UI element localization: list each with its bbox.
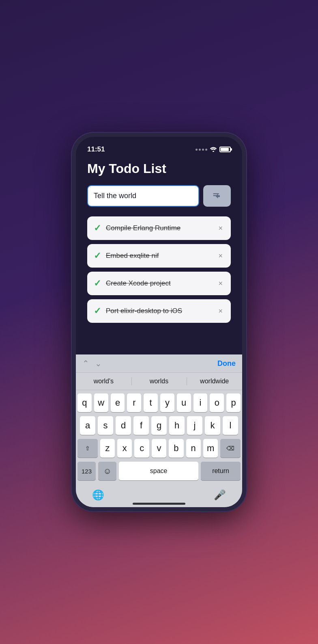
- key-shift[interactable]: ⇧: [77, 439, 98, 458]
- key-j[interactable]: j: [187, 416, 202, 435]
- battery-icon: [219, 147, 231, 152]
- delete-button[interactable]: ×: [217, 306, 224, 316]
- key-space[interactable]: space: [119, 462, 198, 480]
- key-t[interactable]: t: [144, 393, 158, 412]
- todo-text: Create Xcode project: [106, 279, 212, 287]
- toolbar-nav: ⌃ ⌄: [82, 359, 102, 368]
- key-a[interactable]: a: [80, 416, 95, 435]
- todo-item: ✓Create Xcode project×: [87, 272, 231, 295]
- key-i[interactable]: i: [193, 393, 208, 412]
- keyboard-toolbar: ⌃ ⌄ Done: [76, 354, 242, 373]
- todo-item: ✓Port elixir-desktop to iOS×: [87, 299, 231, 323]
- key-v[interactable]: v: [152, 439, 166, 458]
- key-row-4: 123 ☺ space return: [77, 462, 241, 480]
- todo-text: Port elixir-desktop to iOS: [106, 307, 212, 315]
- key-o[interactable]: o: [210, 393, 224, 412]
- key-y[interactable]: y: [160, 393, 174, 412]
- app-title: My Todo List: [87, 161, 231, 176]
- key-r[interactable]: r: [127, 393, 141, 412]
- key-emoji[interactable]: ☺: [98, 462, 116, 480]
- todo-list: ✓Compile Erlang Runtime×✓Embed exqlite n…: [87, 216, 231, 323]
- wifi-icon: [210, 146, 217, 153]
- input-row: [87, 185, 231, 207]
- signal-icon: [196, 149, 207, 151]
- key-e[interactable]: e: [111, 393, 125, 412]
- key-g[interactable]: g: [151, 416, 167, 435]
- delete-button[interactable]: ×: [217, 223, 224, 233]
- key-s[interactable]: s: [98, 416, 113, 435]
- notch: [127, 137, 191, 149]
- autocomplete-item-2[interactable]: worldwide: [187, 376, 242, 387]
- delete-button[interactable]: ×: [217, 279, 224, 289]
- key-row-3: ⇧ z x c v b n m ⌫: [77, 439, 241, 458]
- todo-item: ✓Embed exqlite nif×: [87, 244, 231, 268]
- svg-point-0: [213, 151, 214, 152]
- key-row-1: q w e r t y u i o p: [77, 393, 241, 412]
- todo-input[interactable]: [87, 185, 199, 207]
- todo-item: ✓Compile Erlang Runtime×: [87, 216, 231, 240]
- key-m[interactable]: m: [203, 439, 218, 458]
- key-p[interactable]: p: [226, 393, 241, 412]
- key-n[interactable]: n: [186, 439, 201, 458]
- key-k[interactable]: k: [205, 416, 220, 435]
- check-icon[interactable]: ✓: [94, 251, 101, 261]
- keyboard-done-button[interactable]: Done: [217, 359, 236, 368]
- autocomplete-item-1[interactable]: worlds: [131, 376, 187, 387]
- delete-button[interactable]: ×: [217, 251, 224, 261]
- key-u[interactable]: u: [177, 393, 191, 412]
- toolbar-down-arrow[interactable]: ⌄: [95, 359, 102, 368]
- key-c[interactable]: c: [134, 439, 149, 458]
- phone-frame: 11:51 My Todo List: [72, 133, 246, 511]
- key-numbers[interactable]: 123: [77, 462, 96, 480]
- key-h[interactable]: h: [169, 416, 185, 435]
- key-b[interactable]: b: [169, 439, 183, 458]
- autocomplete-item-0[interactable]: world's: [76, 376, 131, 387]
- toolbar-up-arrow[interactable]: ⌃: [82, 359, 89, 368]
- key-d[interactable]: d: [116, 416, 131, 435]
- mic-icon[interactable]: 🎤: [214, 489, 226, 501]
- app-content: My Todo List ✓Compile Erlang Runtime×✓Em…: [76, 157, 242, 331]
- key-z[interactable]: z: [100, 439, 115, 458]
- key-return[interactable]: return: [201, 462, 241, 480]
- key-q[interactable]: q: [77, 393, 92, 412]
- autocomplete-bar: world's worlds worldwide: [76, 373, 242, 390]
- key-f[interactable]: f: [133, 416, 149, 435]
- home-bar: [133, 503, 185, 505]
- key-l[interactable]: l: [223, 416, 238, 435]
- globe-icon[interactable]: 🌐: [92, 489, 104, 501]
- submit-icon: [211, 190, 223, 202]
- keyboard-rows: q w e r t y u i o p a s d f g h j k: [76, 390, 242, 486]
- todo-text: Compile Erlang Runtime: [106, 224, 212, 232]
- todo-text: Embed exqlite nif: [106, 252, 212, 260]
- check-icon[interactable]: ✓: [94, 278, 101, 289]
- status-time: 11:51: [87, 145, 105, 153]
- key-backspace[interactable]: ⌫: [220, 439, 241, 458]
- check-icon[interactable]: ✓: [94, 223, 101, 233]
- key-w[interactable]: w: [94, 393, 108, 412]
- status-icons: [196, 146, 231, 153]
- key-x[interactable]: x: [117, 439, 132, 458]
- submit-button[interactable]: [203, 185, 231, 207]
- key-row-2: a s d f g h j k l: [77, 416, 241, 435]
- check-icon[interactable]: ✓: [94, 306, 101, 316]
- keyboard-area: ⌃ ⌄ Done world's worlds worldwide q w e …: [76, 354, 242, 507]
